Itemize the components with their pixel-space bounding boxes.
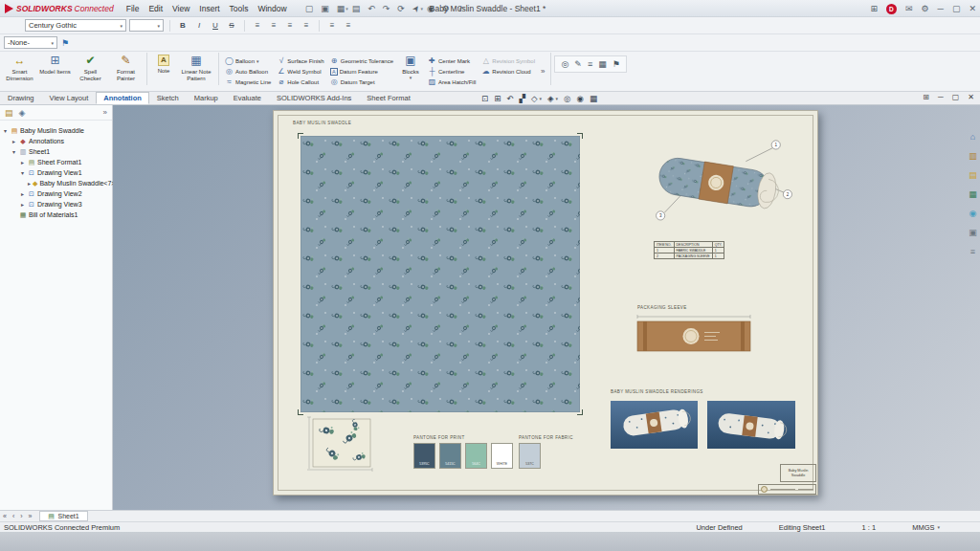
tree-item-drawing-view3[interactable]: ▸ ⊡ Drawing View3 bbox=[2, 199, 110, 209]
prev-sheet-icon[interactable]: ‹ bbox=[10, 513, 17, 519]
justify-icon[interactable]: ≡ bbox=[300, 19, 313, 32]
maximize-icon[interactable]: ▢ bbox=[952, 4, 961, 13]
packaging-sleeve-view[interactable] bbox=[635, 314, 752, 354]
select-icon[interactable]: ➤ bbox=[408, 0, 424, 17]
print-icon[interactable]: ▤ bbox=[348, 4, 365, 13]
underline-button[interactable]: U bbox=[209, 19, 222, 32]
style-flag-icon[interactable]: ⚑ bbox=[61, 38, 69, 48]
center-mark-button[interactable]: ✚ Center Mark bbox=[428, 55, 476, 66]
tree-item-drawing-view2[interactable]: ▸ ⊡ Drawing View2 bbox=[2, 188, 110, 199]
scene-icon[interactable]: ▦ bbox=[590, 94, 597, 103]
menu-file[interactable]: File bbox=[122, 4, 145, 13]
spell-checker-button[interactable]: ✔ Spell Checker bbox=[73, 53, 108, 90]
tab-evaluate[interactable]: Evaluate bbox=[226, 92, 269, 104]
view-orientation-icon[interactable]: ◇ bbox=[531, 94, 538, 103]
sheet-title-block[interactable]: Baby Muslin Swaddle bbox=[780, 464, 816, 482]
section-view-icon[interactable]: ▞ bbox=[519, 94, 525, 103]
surface-finish-button[interactable]: √ Surface Finish bbox=[277, 55, 323, 66]
bom-row[interactable]: 2 PACKAGING SLEEVE 1 bbox=[655, 253, 724, 259]
menu-insert[interactable]: Insert bbox=[194, 4, 224, 13]
product-render-view[interactable]: 1 2 3 bbox=[649, 134, 794, 236]
tree-item-sheet-format1[interactable]: ▸ ▤ Sheet Format1 bbox=[2, 157, 110, 167]
previous-view-icon[interactable]: ↶ bbox=[506, 94, 513, 103]
expander-icon[interactable]: ▾ bbox=[2, 127, 9, 134]
menu-view[interactable]: View bbox=[167, 4, 194, 13]
home-icon[interactable]: ⌂ bbox=[970, 132, 975, 142]
tree-item-bill-of-materials[interactable]: ▦ Bill of Materials1 bbox=[2, 209, 110, 220]
centerline-button[interactable]: ┼ Centerline bbox=[428, 66, 476, 77]
tree-item-annotations[interactable]: ▸ ◆ Annotations bbox=[2, 136, 110, 146]
align-right-icon[interactable]: ≡ bbox=[283, 19, 297, 32]
undo-icon[interactable]: ↶ bbox=[364, 4, 379, 13]
next-sheet-icon[interactable]: › bbox=[17, 513, 25, 519]
design-library-icon[interactable]: ▥ bbox=[969, 151, 977, 161]
bullet-list-icon[interactable]: ≡ bbox=[325, 19, 339, 32]
zoom-fit-icon[interactable]: ⊡ bbox=[481, 94, 488, 103]
tab-drawing[interactable]: Drawing bbox=[0, 92, 42, 104]
style-select[interactable]: -None- ▾ bbox=[4, 36, 57, 49]
auto-balloon-button[interactable]: ◎ Auto Balloon bbox=[225, 66, 271, 77]
sheet1-tab[interactable]: ▤ Sheet1 bbox=[39, 511, 88, 521]
redo-icon[interactable]: ↷ bbox=[379, 4, 394, 13]
magnetic-line-button[interactable]: ≈ Magnetic Line bbox=[225, 77, 271, 87]
number-list-icon[interactable]: ≡ bbox=[342, 19, 355, 32]
italic-button[interactable]: I bbox=[192, 19, 206, 32]
expander-icon[interactable]: ▸ bbox=[19, 201, 26, 208]
status-sheet-scale[interactable]: 1 : 1 bbox=[862, 523, 877, 532]
doc-close-icon[interactable]: ✕ bbox=[968, 93, 974, 101]
tables-icon[interactable]: ▦ bbox=[598, 59, 607, 69]
view-orientation-caret-icon[interactable]: ▾ bbox=[539, 96, 542, 101]
appearances-icon[interactable]: ◉ bbox=[576, 94, 583, 103]
flag-note-icon[interactable]: ⚑ bbox=[612, 59, 620, 69]
graphics-area[interactable]: BABY MUSLIN SWADDLE bbox=[113, 105, 980, 510]
first-sheet-icon[interactable]: « bbox=[0, 513, 10, 519]
bom-table[interactable]: ITEM NO. DESCRIPTION QTY. 1 FABRIC SWADD… bbox=[654, 241, 724, 259]
area-hatch-button[interactable]: ▨ Area Hatch/Fill bbox=[428, 77, 476, 87]
rendering-image-2[interactable] bbox=[707, 401, 795, 449]
pantone-chip[interactable]: 564C bbox=[465, 443, 487, 469]
last-sheet-icon[interactable]: » bbox=[26, 513, 35, 519]
tab-annotation[interactable]: Annotation bbox=[96, 92, 149, 104]
align-left-icon[interactable]: ≡ bbox=[251, 19, 264, 32]
expander-icon[interactable]: ▸ bbox=[19, 190, 26, 197]
fabric-swatch-view[interactable] bbox=[301, 136, 580, 412]
blocks-button[interactable]: ▣ Blocks ▾ bbox=[396, 53, 425, 90]
view-palette-icon[interactable]: ▦ bbox=[969, 189, 977, 199]
expander-icon[interactable]: ▾ bbox=[11, 148, 17, 155]
expander-icon[interactable]: ▸ bbox=[28, 180, 31, 187]
status-units[interactable]: MMGS ▾ bbox=[912, 523, 940, 532]
menu-window[interactable]: Window bbox=[253, 4, 291, 13]
balloon-button[interactable]: ◯ Balloon ▾ bbox=[225, 55, 271, 66]
font-family-select[interactable]: Century Gothic ▾ bbox=[25, 19, 126, 32]
strikethrough-button[interactable]: S bbox=[225, 19, 238, 32]
expander-icon[interactable]: ▸ bbox=[11, 138, 17, 144]
font-size-select[interactable]: ▾ bbox=[129, 19, 164, 32]
expander-icon[interactable]: ▾ bbox=[19, 169, 26, 176]
revision-cloud-button[interactable]: ☁ Revision Cloud bbox=[481, 66, 535, 77]
pantone-chip[interactable]: WHITE bbox=[491, 443, 513, 469]
tab-view-layout[interactable]: View Layout bbox=[42, 92, 97, 104]
tab-sheet-format[interactable]: Sheet Format bbox=[359, 92, 417, 104]
ribbon-overflow-chevron[interactable]: » bbox=[538, 67, 547, 76]
model-items-button[interactable]: ⊞ Model Items bbox=[37, 53, 73, 90]
pantone-chip[interactable]: 537C bbox=[519, 443, 541, 469]
new-icon[interactable]: ▢ bbox=[301, 4, 318, 13]
display-manager-tab-icon[interactable]: ◈ bbox=[19, 108, 26, 118]
user-avatar[interactable]: D bbox=[886, 4, 897, 14]
settings-icon[interactable]: ⚙ bbox=[921, 4, 928, 13]
markup-pencil-icon[interactable]: ✎ bbox=[574, 59, 582, 69]
appearances-scenes-icon[interactable]: ◉ bbox=[969, 209, 977, 218]
datum-feature-button[interactable]: A Datum Feature bbox=[330, 66, 393, 77]
notifications-icon[interactable]: ✉ bbox=[905, 4, 913, 13]
geometric-tolerance-button[interactable]: ⊕ Geometric Tolerance bbox=[330, 55, 393, 66]
rendering-image-1[interactable] bbox=[611, 401, 698, 449]
feature-tree-tab-icon[interactable]: ▤ bbox=[5, 108, 13, 118]
zoom-area-icon[interactable]: ⊞ bbox=[494, 94, 501, 103]
sheet-logo-block[interactable] bbox=[758, 484, 816, 495]
display-style-caret-icon[interactable]: ▾ bbox=[556, 96, 559, 101]
panel-flyout-icon[interactable]: » bbox=[103, 108, 107, 117]
panes-icon[interactable]: ⊞ bbox=[923, 93, 929, 101]
pantone-chip[interactable]: 5415C bbox=[439, 443, 461, 469]
doc-minimize-icon[interactable]: ─ bbox=[938, 93, 944, 101]
hide-show-items-icon[interactable]: ◎ bbox=[564, 94, 570, 103]
